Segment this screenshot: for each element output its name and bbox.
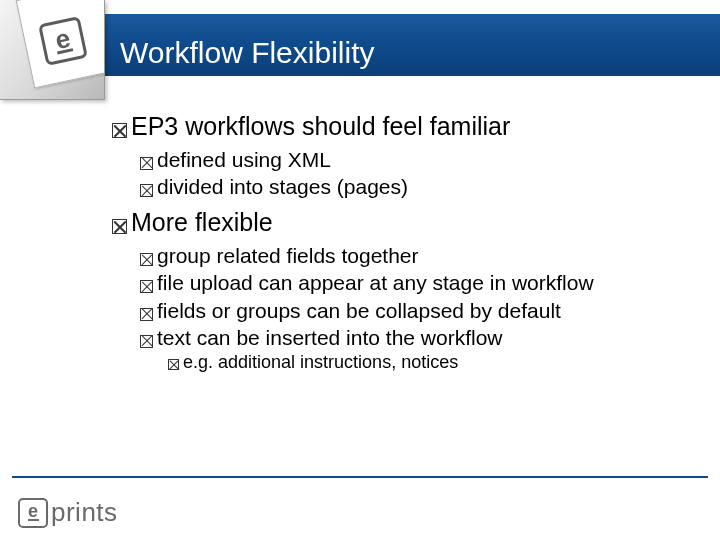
bullet-lvl2: group related fields together bbox=[140, 242, 680, 269]
bullet-text: EP3 workflows should feel familiar bbox=[131, 110, 680, 144]
header-band: Workflow Flexibility bbox=[0, 14, 720, 76]
slide-title: Workflow Flexibility bbox=[120, 36, 375, 70]
xbox-bullet-icon bbox=[112, 209, 127, 243]
bullet-lvl3: e.g. additional instructions, notices bbox=[168, 351, 680, 374]
bullet-text: group related fields together bbox=[157, 242, 680, 269]
bullet-lvl2: file upload can appear at any stage in w… bbox=[140, 269, 680, 296]
slide: Workflow Flexibility e EP3 workflows sho… bbox=[0, 0, 720, 540]
bullet-lvl1: More flexible bbox=[112, 206, 680, 240]
bullet-text: divided into stages (pages) bbox=[157, 173, 680, 200]
xbox-bullet-icon bbox=[140, 176, 153, 203]
corner-logo-tile: e bbox=[0, 0, 105, 100]
bullet-lvl2: divided into stages (pages) bbox=[140, 173, 680, 200]
xbox-bullet-icon bbox=[140, 327, 153, 354]
xbox-bullet-icon bbox=[112, 113, 127, 147]
bullet-text: More flexible bbox=[131, 206, 680, 240]
bullet-lvl2: text can be inserted into the workflow bbox=[140, 324, 680, 351]
xbox-bullet-icon bbox=[140, 272, 153, 299]
footer-logo-text: prints bbox=[51, 497, 118, 528]
bullet-text: defined using XML bbox=[157, 146, 680, 173]
bullet-lvl2: defined using XML bbox=[140, 146, 680, 173]
bullet-text: text can be inserted into the workflow bbox=[157, 324, 680, 351]
xbox-bullet-icon bbox=[168, 353, 179, 376]
e-badge-icon: e bbox=[38, 16, 88, 66]
bullet-text: file upload can appear at any stage in w… bbox=[157, 269, 680, 296]
bullet-lvl2: fields or groups can be collapsed by def… bbox=[140, 297, 680, 324]
footer-logo: e prints bbox=[18, 497, 118, 528]
xbox-bullet-icon bbox=[140, 149, 153, 176]
bullet-lvl1: EP3 workflows should feel familiar bbox=[112, 110, 680, 144]
xbox-bullet-icon bbox=[140, 245, 153, 272]
footer-divider bbox=[12, 476, 708, 478]
bullet-text: fields or groups can be collapsed by def… bbox=[157, 297, 680, 324]
bullet-text: e.g. additional instructions, notices bbox=[183, 351, 680, 374]
content-area: EP3 workflows should feel familiar defin… bbox=[112, 110, 680, 375]
e-badge-icon: e bbox=[18, 498, 48, 528]
xbox-bullet-icon bbox=[140, 300, 153, 327]
